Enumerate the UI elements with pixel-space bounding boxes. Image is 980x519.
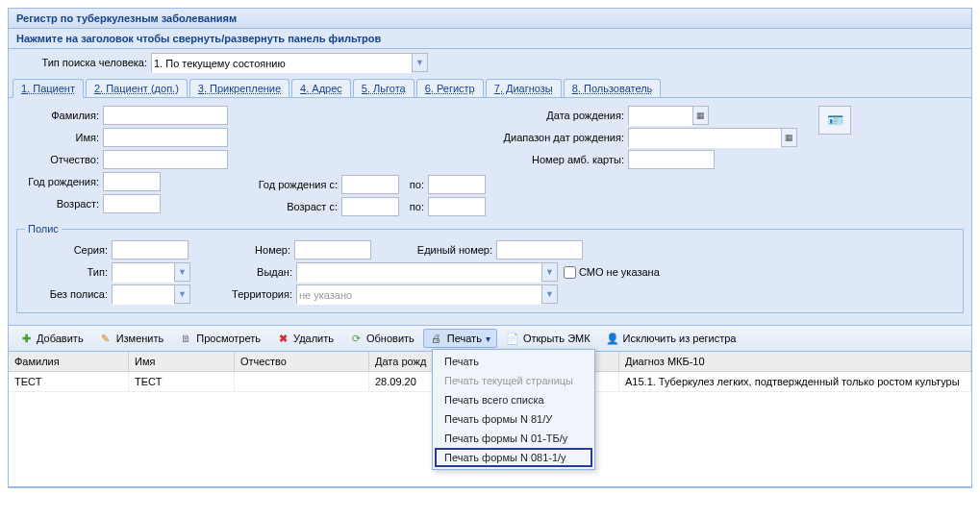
- firstname-label: Имя:: [16, 132, 103, 143]
- tab-body-patient: Фамилия: Имя: Отчество: Год рождения: Во…: [9, 98, 971, 325]
- tab-benefit[interactable]: 5. Льгота: [353, 79, 415, 97]
- search-type-input[interactable]: [152, 54, 412, 73]
- folder-icon: 📄: [506, 332, 519, 345]
- birthdate-range-input[interactable]: ▦: [628, 128, 797, 147]
- lastname-label: Фамилия:: [16, 110, 103, 121]
- midname-input[interactable]: [103, 150, 228, 169]
- polis-issued-label: Выдан:: [190, 266, 296, 278]
- toolbar: ✚Добавить ✎Изменить 🗎Просмотреть ✖Удалит…: [9, 325, 971, 352]
- open-emk-button[interactable]: 📄Открыть ЭМК: [499, 329, 597, 348]
- birthyear-from-input[interactable]: [341, 175, 399, 194]
- territory-combo[interactable]: ▼: [296, 284, 558, 304]
- polis-issued-combo[interactable]: ▼: [296, 262, 558, 282]
- polis-number-input[interactable]: [294, 240, 371, 260]
- tabs: 1. Пациент 2. Пациент (доп.) 3. Прикрепл…: [9, 79, 971, 98]
- lastname-input[interactable]: [103, 106, 228, 125]
- col-midname[interactable]: Отчество: [235, 352, 369, 371]
- birthyear-label: Год рождения:: [16, 176, 103, 187]
- age-label: Возраст:: [16, 198, 103, 210]
- cell-diag: A15.1. Туберкулез легких, подтвержденный…: [619, 372, 971, 391]
- age-from-label: Возраст с:: [245, 201, 341, 212]
- col-diag[interactable]: Диагноз МКБ-10: [619, 352, 971, 371]
- age-to-label: по:: [399, 201, 428, 212]
- polis-number-label: Номер:: [188, 244, 294, 256]
- polis-series-input[interactable]: [112, 240, 188, 260]
- delete-button[interactable]: ✖Удалить: [269, 329, 340, 348]
- refresh-button[interactable]: ⟳Обновить: [342, 329, 421, 348]
- printer-icon: 🖨: [430, 332, 443, 345]
- search-type-combo[interactable]: ▼: [151, 53, 428, 72]
- no-polis-label: Без полиса:: [25, 288, 112, 300]
- tab-attach[interactable]: 3. Прикрепление: [189, 79, 289, 97]
- polis-series-label: Серия:: [25, 244, 112, 256]
- cell-midname: [235, 372, 369, 391]
- view-button[interactable]: 🗎Просмотреть: [172, 329, 267, 348]
- chevron-down-icon[interactable]: ▼: [174, 285, 189, 303]
- plus-icon: ✚: [19, 332, 33, 345]
- no-smo-label: СМО не указана: [579, 266, 660, 278]
- polis-unified-label: Единый номер:: [371, 244, 496, 256]
- polis-type-combo[interactable]: ▼: [112, 262, 190, 282]
- tab-patient-ext[interactable]: 2. Пациент (доп.): [86, 79, 188, 97]
- print-menu-item: Печать текущей страницы: [435, 371, 592, 390]
- chevron-down-icon: ▾: [486, 334, 490, 344]
- pencil-icon: ✎: [99, 332, 113, 345]
- polis-fieldset: Полис Серия: Номер: Единый номер: Тип: ▼…: [16, 223, 964, 313]
- tab-diagnoses[interactable]: 7. Диагнозы: [486, 79, 562, 97]
- tab-user[interactable]: 8. Пользователь: [564, 79, 662, 97]
- id-card-icon: 🪪: [827, 112, 843, 128]
- registry-window: Регистр по туберкулезным заболеваниям На…: [8, 8, 972, 488]
- polis-unified-input[interactable]: [496, 240, 583, 260]
- age-to-input[interactable]: [428, 197, 486, 216]
- print-menu-item[interactable]: Печать формы N 081-1/у: [435, 448, 592, 467]
- col-birthdate[interactable]: Дата рожд: [369, 352, 441, 371]
- col-firstname[interactable]: Имя: [129, 352, 235, 371]
- print-menu-item[interactable]: Печать формы N 01-ТБ/у: [435, 429, 592, 448]
- document-icon: 🗎: [179, 332, 192, 345]
- calendar-icon[interactable]: ▦: [692, 107, 708, 124]
- tab-address[interactable]: 4. Адрес: [291, 79, 351, 97]
- exclude-button[interactable]: 👤Исключить из регистра: [599, 329, 743, 348]
- photo-button[interactable]: 🪪: [818, 106, 851, 135]
- birthdate-range-label: Диапазон дат рождения:: [493, 132, 628, 143]
- card-no-label: Номер амб. карты:: [493, 154, 628, 165]
- polis-legend: Полис: [25, 223, 62, 235]
- user-remove-icon: 👤: [606, 332, 619, 345]
- calendar-icon[interactable]: ▦: [781, 129, 796, 146]
- search-type-label: Тип поиска человека:: [16, 57, 151, 68]
- delete-icon: ✖: [276, 332, 289, 345]
- birthyear-from-label: Год рождения с:: [245, 179, 341, 190]
- no-polis-combo[interactable]: ▼: [112, 284, 190, 304]
- refresh-icon: ⟳: [349, 332, 363, 345]
- print-menu-item[interactable]: Печать формы N 81/У: [435, 409, 592, 429]
- birthdate-input[interactable]: ▦: [628, 106, 709, 125]
- print-menu-item[interactable]: Печать всего списка: [435, 390, 592, 409]
- chevron-down-icon[interactable]: ▼: [174, 263, 189, 281]
- birthdate-label: Дата рождения:: [493, 110, 628, 121]
- col-lastname[interactable]: Фамилия: [9, 352, 129, 371]
- window-title: Регистр по туберкулезным заболеваниям: [9, 9, 971, 29]
- birthyear-to-input[interactable]: [428, 175, 486, 194]
- age-input[interactable]: [103, 194, 161, 213]
- card-no-input[interactable]: [628, 150, 715, 169]
- filter-panel: Тип поиска человека: ▼: [9, 49, 971, 79]
- firstname-input[interactable]: [103, 128, 228, 147]
- print-button[interactable]: 🖨Печать▾: [423, 329, 497, 348]
- polis-type-label: Тип:: [25, 266, 112, 278]
- chevron-down-icon[interactable]: ▼: [541, 285, 557, 303]
- territory-label: Территория:: [190, 288, 296, 300]
- add-button[interactable]: ✚Добавить: [13, 329, 90, 348]
- no-smo-checkbox[interactable]: [564, 266, 576, 279]
- midname-label: Отчество:: [16, 154, 103, 165]
- tab-registry[interactable]: 6. Регистр: [416, 79, 484, 97]
- print-menu-item[interactable]: Печать: [435, 352, 592, 371]
- cell-birthdate: 28.09.20: [369, 372, 441, 391]
- filter-heading[interactable]: Нажмите на заголовок чтобы свернуть/разв…: [9, 29, 971, 49]
- edit-button[interactable]: ✎Изменить: [92, 329, 171, 348]
- cell-lastname: ТЕСТ: [9, 372, 129, 391]
- chevron-down-icon[interactable]: ▼: [412, 54, 427, 71]
- birthyear-input[interactable]: [103, 172, 161, 191]
- chevron-down-icon[interactable]: ▼: [541, 263, 557, 281]
- age-from-input[interactable]: [341, 197, 399, 216]
- tab-patient[interactable]: 1. Пациент: [13, 79, 84, 98]
